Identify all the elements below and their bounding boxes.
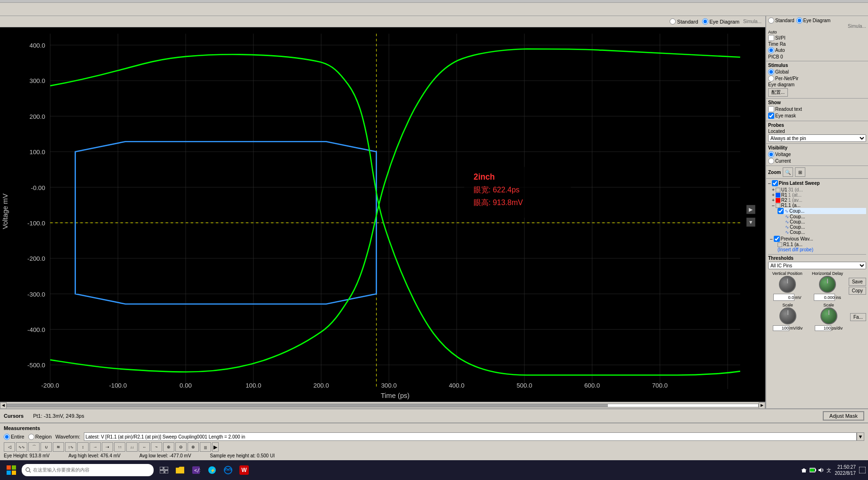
meas-icon-15[interactable]: ⊖ — [175, 442, 187, 452]
readout-text-checkbox[interactable] — [768, 106, 774, 112]
eye-height-result: Eye Height: 913.8 mV — [4, 453, 49, 458]
coup1-checkbox[interactable] — [778, 208, 784, 214]
r2-expand[interactable]: + — [772, 198, 775, 203]
v-pos-input[interactable] — [773, 294, 794, 301]
r1-1-collapse[interactable]: – — [772, 203, 775, 208]
fa-button[interactable]: Fa... — [850, 313, 866, 321]
per-net-radio[interactable] — [768, 75, 774, 82]
coup4-row[interactable]: ∿ Coup... — [778, 224, 866, 230]
located-select[interactable]: Always at the pin — [768, 134, 866, 142]
app2-button[interactable]: ⚡ — [205, 461, 220, 479]
meas-icon-1[interactable]: ◁ — [4, 442, 15, 452]
si-pi-checkbox[interactable] — [768, 35, 774, 41]
entire-label[interactable]: Entire — [4, 434, 25, 440]
scale-h-knob[interactable] — [820, 307, 837, 324]
notification-button[interactable] — [859, 466, 866, 474]
global-radio[interactable] — [768, 69, 774, 75]
chart-plot-area: 400.0 300.0 200.0 100.0 -0.00 -100.0 -20… — [0, 27, 765, 402]
visibility-title: Visibility — [768, 145, 866, 150]
scroll-left-arrow[interactable]: ◀ — [0, 402, 7, 409]
region-label[interactable]: Region — [28, 434, 52, 440]
standard-radio2-label[interactable]: Standard — [768, 17, 794, 24]
ide-button[interactable]: </> — [188, 461, 204, 479]
meas-icon-3[interactable]: ⌒ — [28, 442, 40, 452]
standard-radio-label[interactable]: Standard — [670, 18, 698, 25]
waveform-input[interactable] — [84, 432, 857, 441]
meas-icon-4[interactable]: ∪ — [41, 442, 52, 452]
coup1-row[interactable]: ∿ Coup... — [778, 208, 866, 214]
start-button[interactable] — [2, 461, 21, 479]
h-scroll-thumb[interactable] — [7, 404, 608, 407]
entire-radio[interactable] — [4, 434, 10, 440]
meas-icon-16[interactable]: ⊗ — [188, 442, 199, 452]
meas-icon-7[interactable]: ↕ — [77, 442, 89, 452]
scale-v-input[interactable] — [773, 325, 789, 331]
waveform-dropdown[interactable]: ▼ — [857, 432, 864, 441]
zoom-in-button[interactable]: 🔍 — [783, 167, 793, 177]
r1-1-icon — [776, 203, 780, 208]
insert-diff-label[interactable]: (Insert diff probe) — [778, 247, 866, 252]
coup2-row[interactable]: ∿ Coup... — [778, 214, 866, 219]
eye-diagram-radio[interactable] — [702, 18, 708, 25]
standard-radio2[interactable] — [768, 17, 774, 24]
scroll-right-arrow[interactable]: ▶ — [759, 402, 765, 409]
scale-h-input[interactable] — [815, 325, 831, 331]
pins-checkbox[interactable] — [772, 180, 778, 186]
ide-icon: </> — [192, 466, 200, 474]
wps-button[interactable]: W — [237, 461, 252, 479]
meas-icon-6[interactable]: ↕∿ — [65, 442, 76, 452]
eye-diagram-radio2-label[interactable]: Eye Diagram — [796, 17, 831, 24]
h-delay-input[interactable] — [814, 294, 835, 301]
meas-icon-14[interactable]: ⊕ — [163, 442, 174, 452]
meas-icon-12[interactable]: ↔ — [139, 442, 150, 452]
pt1-label: Pt1: -31.3mV, 249.3ps — [33, 413, 84, 419]
save-button[interactable]: Save — [849, 278, 866, 286]
svg-text:-200.0: -200.0 — [41, 382, 59, 389]
measurements-panel: Measurements Entire Region Waveform: ▼ ◁… — [0, 422, 868, 460]
meas-icon-9[interactable]: ⇢ — [102, 442, 113, 452]
browser-button[interactable] — [221, 461, 236, 479]
meas-scroll-right[interactable]: ▶ — [212, 442, 219, 452]
voltage-radio[interactable] — [768, 151, 774, 157]
meas-icon-11[interactable]: ↓↓ — [126, 442, 138, 452]
meas-icon-10[interactable]: ↑↑ — [114, 442, 125, 452]
eye-diagram-radio2[interactable] — [796, 17, 802, 24]
v-pos-knob[interactable] — [779, 276, 796, 293]
u1-expand[interactable]: + — [772, 187, 775, 192]
h-scrollbar[interactable]: ◀ ▶ — [0, 402, 765, 408]
show-section: Show Readout text Eye mask — [766, 99, 868, 121]
coup3-row[interactable]: ∿ Coup... — [778, 219, 866, 224]
coup5-row[interactable]: ∿ Coup... — [778, 230, 866, 235]
config-button[interactable]: 配置... — [768, 88, 788, 97]
scale-v-knob[interactable] — [779, 307, 796, 324]
region-radio[interactable] — [28, 434, 34, 440]
current-radio[interactable] — [768, 158, 774, 164]
h-delay-knob[interactable] — [819, 276, 836, 293]
taskbar-apps: </> ⚡ W — [156, 461, 252, 479]
meas-icon-2[interactable]: ∿∿ — [16, 442, 27, 452]
show-title: Show — [768, 100, 866, 105]
eye-diagram-radio-label[interactable]: Eye Diagram — [702, 18, 740, 25]
meas-icon-13[interactable]: ~ — [151, 442, 162, 452]
zoom-fit-button[interactable]: ⊞ — [795, 167, 805, 177]
r1-expand[interactable]: + — [772, 192, 775, 198]
u1-row: + U1 31 (d... — [768, 187, 866, 192]
task-view-button[interactable] — [156, 461, 172, 479]
pins-collapse[interactable]: – — [768, 181, 771, 186]
meas-icon-5[interactable]: ≋ — [53, 442, 64, 452]
svg-text:200.0: 200.0 — [30, 113, 45, 120]
meas-icon-8[interactable]: → — [90, 442, 101, 452]
taskbar-search[interactable]: 在这里输入你要搜索的内容 — [22, 464, 154, 476]
prev-wave-checkbox[interactable] — [774, 236, 780, 242]
eye-mask-checkbox[interactable] — [768, 113, 774, 119]
adjust-mask-button[interactable]: Adjust Mask — [823, 411, 864, 421]
standard-radio[interactable] — [670, 18, 676, 25]
thresholds-select[interactable]: All IC Pins — [768, 262, 866, 269]
meas-icon-17[interactable]: ||| — [200, 442, 211, 452]
svg-text:100.0: 100.0 — [30, 149, 45, 156]
copy-button[interactable]: Copy — [849, 287, 866, 295]
prev-wave-collapse[interactable]: – — [770, 236, 773, 241]
file-explorer-button[interactable] — [172, 461, 188, 479]
auto2-radio[interactable] — [768, 47, 774, 53]
measurements-title: Measurements — [4, 425, 864, 431]
